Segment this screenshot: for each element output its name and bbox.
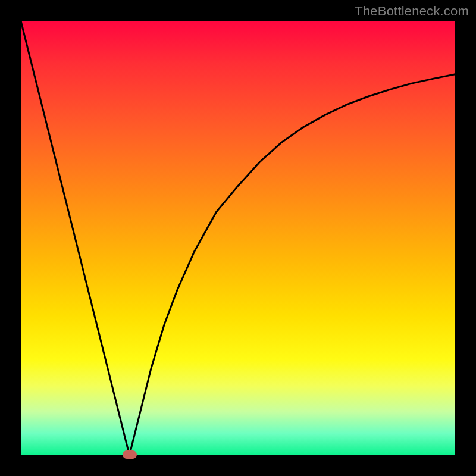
curve-left-branch [21, 21, 130, 455]
curve-right-branch [130, 74, 456, 455]
plot-area [21, 21, 455, 455]
curve-svg [21, 21, 455, 455]
minimum-marker [123, 450, 137, 459]
chart-frame: TheBottleneck.com [0, 0, 476, 476]
watermark-text: TheBottleneck.com [355, 4, 469, 19]
